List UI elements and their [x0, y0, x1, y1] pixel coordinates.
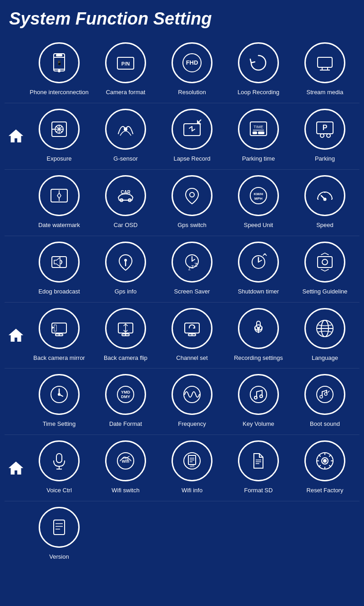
- row-7: Version: [5, 502, 359, 566]
- label-key-volume: Key Volume: [243, 420, 274, 428]
- icon-circle-speed: [304, 175, 345, 216]
- icon-circle-gsensor: [105, 109, 146, 150]
- label-parking-time: Parking time: [242, 155, 275, 163]
- icon-circle-back-mirror: [39, 308, 80, 349]
- item-gsensor[interactable]: G-sensor: [94, 104, 157, 167]
- icon-circle-gps-switch: [172, 175, 212, 216]
- row-3: Edog broadcastGps infoScreen SaverShutdo…: [5, 237, 359, 300]
- item-car-osd[interactable]: Car OSD: [94, 171, 157, 234]
- label-gps-switch: Gps switch: [177, 222, 207, 229]
- label-exposure: Exposure: [47, 155, 72, 163]
- row-2: Date watermarkCar OSDGps switchSpeed Uni…: [5, 171, 359, 234]
- item-recording-settings[interactable]: Recording settings: [227, 303, 290, 367]
- label-lapse: Lapse Record: [174, 155, 211, 163]
- icon-circle-format-sd: [238, 440, 279, 481]
- label-language: Language: [312, 354, 338, 362]
- item-edog[interactable]: Edog broadcast: [27, 237, 91, 300]
- icon-circle-loop: [238, 42, 279, 83]
- icon-circle-gps-info: [105, 242, 146, 283]
- row-1: ExposureG-sensorLapse RecordParking time…: [5, 104, 359, 167]
- item-screen-saver[interactable]: Screen Saver: [160, 237, 224, 300]
- item-speed-unit[interactable]: Speed Unit: [227, 171, 290, 234]
- icon-circle-back-flip: [105, 308, 146, 349]
- item-date-format[interactable]: Date Format: [94, 369, 157, 433]
- item-wifi-switch[interactable]: Wifi switch: [94, 436, 157, 499]
- home-section-icon: [5, 507, 27, 561]
- icon-circle-speed-unit: [238, 175, 279, 216]
- home-section-icon: [5, 108, 27, 163]
- label-date-watermark: Date watermark: [38, 222, 80, 229]
- item-frequency[interactable]: Frequency: [160, 369, 224, 433]
- icon-circle-frequency: [172, 374, 212, 415]
- icon-circle-car-osd: [105, 175, 146, 216]
- home-section-icon: [5, 374, 27, 429]
- item-resolution[interactable]: Resolution: [160, 38, 224, 101]
- item-boot-sound[interactable]: Boot sound: [293, 369, 357, 433]
- icon-circle-shutdown: [238, 242, 279, 283]
- label-time: Time Setting: [43, 420, 76, 428]
- label-channel: Channel set: [176, 354, 207, 362]
- icon-circle-boot-sound: [304, 374, 345, 415]
- icon-circle-camera-format: [105, 42, 146, 83]
- item-parking-time[interactable]: Parking time: [227, 104, 290, 167]
- item-setting-guideline[interactable]: Setting Guideline: [293, 237, 357, 300]
- row-5: Time SettingDate FormatFrequencyKey Volu…: [5, 369, 359, 433]
- icon-circle-setting-guideline: [304, 242, 345, 283]
- label-wifi-info: Wifi info: [182, 487, 202, 495]
- label-back-mirror: Back camera mirror: [33, 354, 85, 362]
- icon-circle-voice: [39, 440, 80, 481]
- icon-circle-parking: [304, 109, 345, 150]
- label-edog: Edog broadcast: [38, 288, 80, 296]
- item-channel[interactable]: Channel set: [160, 303, 224, 367]
- item-back-mirror[interactable]: Back camera mirror: [27, 303, 91, 367]
- item-shutdown[interactable]: Shutdown timer: [227, 237, 290, 300]
- item-wifi-info[interactable]: Wifi info: [160, 436, 224, 499]
- item-format-sd[interactable]: Format SD: [227, 436, 290, 499]
- label-loop: Loop Recording: [238, 89, 279, 96]
- label-speed-unit: Speed Unit: [244, 222, 273, 229]
- home-section-icon: [5, 308, 27, 362]
- label-speed: Speed: [316, 222, 334, 229]
- label-date-format: Date Format: [109, 420, 142, 428]
- label-shutdown: Shutdown timer: [238, 288, 279, 296]
- label-gps-info: Gps info: [115, 288, 136, 296]
- item-camera-format[interactable]: Camera format: [94, 38, 157, 101]
- item-parking[interactable]: Parking: [293, 104, 357, 167]
- row-6: Voice CtrlWifi switchWifi infoFormat SDR…: [5, 436, 359, 499]
- label-parking: Parking: [315, 155, 335, 163]
- item-speed[interactable]: Speed: [293, 171, 357, 234]
- item-date-watermark[interactable]: Date watermark: [27, 171, 91, 234]
- item-gps-switch[interactable]: Gps switch: [160, 171, 224, 234]
- label-stream: Stream media: [307, 89, 344, 96]
- label-setting-guideline: Setting Guideline: [302, 288, 347, 296]
- home-section-icon: [5, 440, 27, 495]
- label-boot-sound: Boot sound: [310, 420, 340, 428]
- label-screen-saver: Screen Saver: [174, 288, 210, 296]
- home-section-icon: [5, 175, 27, 229]
- page-title: System Function Setting: [5, 9, 359, 29]
- item-back-flip[interactable]: Back camera flip: [94, 303, 157, 367]
- label-recording-settings: Recording settings: [234, 354, 283, 362]
- icon-circle-recording-settings: [238, 308, 279, 349]
- label-car-osd: Car OSD: [114, 222, 138, 229]
- label-resolution: Resolution: [178, 89, 206, 96]
- label-phone: Phone interconnection: [30, 89, 88, 96]
- item-time[interactable]: Time Setting: [27, 369, 91, 433]
- item-phone[interactable]: Phone interconnection: [27, 38, 91, 101]
- icon-circle-lapse: [172, 109, 212, 150]
- item-voice[interactable]: Voice Ctrl: [27, 436, 91, 499]
- label-camera-format: Camera format: [106, 89, 146, 96]
- item-loop[interactable]: Loop Recording: [227, 38, 290, 101]
- item-lapse[interactable]: Lapse Record: [160, 104, 224, 167]
- item-version[interactable]: Version: [27, 502, 91, 566]
- item-gps-info[interactable]: Gps info: [94, 237, 157, 300]
- item-exposure[interactable]: Exposure: [27, 104, 91, 167]
- label-wifi-switch: Wifi switch: [111, 487, 139, 495]
- icon-circle-resolution: [172, 42, 212, 83]
- item-reset[interactable]: Reset Factory: [293, 436, 357, 499]
- home-section-icon: [5, 241, 27, 296]
- item-language[interactable]: Language: [293, 303, 357, 367]
- icon-circle-language: [304, 308, 345, 349]
- item-key-volume[interactable]: Key Volume: [227, 369, 290, 433]
- item-stream[interactable]: Stream media: [293, 38, 357, 101]
